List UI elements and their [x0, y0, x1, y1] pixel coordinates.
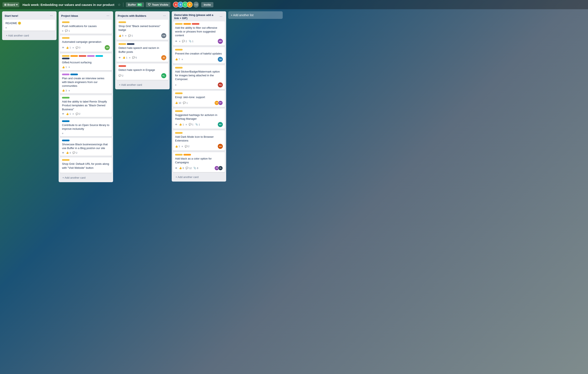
label-yellow [175, 67, 183, 68]
list-menu-button[interactable]: ··· [49, 13, 54, 18]
eye-icon: 👁 [175, 123, 177, 126]
list-menu-button[interactable]: ··· [162, 13, 167, 18]
card-shop-grid-black[interactable]: Shop Grid "Black owned business" badge👍8… [116, 20, 168, 40]
comment-count: 1 [192, 123, 193, 126]
header: ⊞ Board ▾ Hack week: Embedding our value… [0, 0, 588, 9]
card-title: Automated campaign generation [62, 40, 110, 44]
card-label-remix[interactable]: Add the ability to label Remix Shopify P… [60, 95, 112, 117]
card-desc: ≡ [68, 66, 70, 68]
card-desc: ≡ [179, 40, 180, 43]
card-avatar: NV [218, 122, 223, 127]
label-teal [95, 55, 103, 57]
list-project-ideas: Project Ideas···Push notifications for c… [59, 11, 113, 182]
team-label: Team Visible [152, 3, 168, 6]
add-card-button[interactable]: + Add another card [3, 32, 55, 39]
comment-count: 5 [136, 56, 137, 59]
card-labels [118, 21, 166, 23]
board: Start here!···README 🙂≡+ Add another car… [0, 9, 588, 374]
card-likes: 👍8 [179, 167, 184, 169]
card-meta: 👍8≡💬1CM [118, 33, 166, 38]
card-push-notif[interactable]: Push notifications for causes≡💬1 [60, 20, 112, 34]
card-comments: 💬1 [189, 123, 193, 126]
comment-icon: 💬 [132, 56, 135, 59]
add-list-button[interactable]: + Add another list [228, 11, 283, 19]
comment-icon: 💬 [189, 123, 192, 126]
avatar-4[interactable]: D [187, 2, 193, 8]
label-yellow [175, 110, 183, 112]
card-meta: ≡ [62, 132, 110, 135]
comment-icon: 💬 [118, 74, 121, 77]
card-meta: 👁👍1≡💬5JD [118, 55, 166, 60]
workspace-badge: BC [137, 3, 142, 6]
add-card-button[interactable]: + Add another card [116, 82, 168, 88]
desc-icon: ≡ [62, 30, 63, 32]
like-count: 1 [178, 145, 180, 148]
like-icon: 👍 [62, 66, 65, 68]
card-black-color[interactable]: Add black as a color option for Campaign… [173, 152, 225, 172]
card-prevent-hateful[interactable]: Prevent the creation of hateful updates👍… [173, 47, 225, 64]
card-readme[interactable]: README 🙂≡ [3, 20, 55, 31]
invite-button[interactable]: Invite [201, 2, 213, 7]
card-comments: 💬2 [185, 145, 189, 148]
card-title: Suggested hashtags for activism in Hasht… [175, 113, 223, 121]
comment-icon: 💬 [185, 145, 188, 148]
card-comments: 💬1 [183, 101, 188, 104]
board-menu-button[interactable]: ⊞ Board ▾ [2, 2, 19, 7]
label-yellow [118, 43, 126, 45]
desc-icon: ≡ [186, 123, 187, 126]
like-count: 1 [70, 113, 71, 115]
card-interview-series[interactable]: Plan and create an interview series with… [60, 72, 112, 94]
card-filter-offensive[interactable]: Add the ability to filter out offensive … [173, 21, 225, 45]
list-projects-with-builders: Projects with Builders···Shop Grid "Blac… [115, 11, 170, 89]
card-labels [175, 132, 223, 134]
attach-icon: 📎 [193, 167, 196, 169]
avatars-extra[interactable]: +15 [193, 2, 199, 8]
list-demoable-thing: Demo'able thing (please add a link + GIF… [172, 11, 226, 182]
card-views: 👁 [62, 46, 64, 49]
list-title: Projects with Builders [118, 14, 146, 17]
card-desc: ≡ [68, 89, 70, 92]
header-divider [123, 2, 123, 7]
card-auto-campaign[interactable]: Automated campaign generation👁👍1≡💬3AB [60, 35, 112, 52]
card-open-source[interactable]: Contribute to an Open Source library to … [60, 119, 112, 136]
star-icon[interactable]: ☆ [118, 3, 121, 7]
card-dark-mode[interactable]: Add Dark Mode Icon to Browser Extensions… [173, 130, 225, 151]
card-hashtags-activism[interactable]: Suggested hashtags for activism in Hasht… [173, 109, 225, 129]
like-icon: 👍 [179, 123, 182, 126]
add-card-button[interactable]: + Add another card [60, 175, 112, 181]
card-labels [62, 37, 110, 39]
card-views: 👁 [62, 113, 64, 115]
comment-count: 1 [68, 30, 70, 32]
label-yellow [175, 154, 183, 155]
card-detect-hate-speech[interactable]: Detect hate-speech and racism in Buffer … [116, 42, 168, 62]
board-title: Hack week: Embedding our values and caus… [21, 2, 116, 7]
like-icon: 👍 [175, 58, 178, 61]
member-avatars: A B C D +15 [173, 2, 199, 8]
card-shop-grid-url[interactable]: Shop Grid: Default URL for posts along w… [60, 157, 112, 173]
workspace-button[interactable]: Buffer BC [126, 2, 144, 7]
list-menu-button[interactable]: ··· [105, 13, 111, 18]
card-sticker-badge[interactable]: Add Sticker/Badge/Watermark option for i… [173, 65, 225, 89]
add-card-button[interactable]: + Add another card [173, 174, 225, 180]
label-green [62, 97, 70, 99]
like-icon: 👍 [123, 56, 126, 59]
card-comments: 💬2 [182, 40, 187, 43]
attach-icon: 📎 [189, 40, 192, 43]
comment-icon: 💬 [182, 40, 185, 43]
card-title: Prevent the creation of hateful updates [175, 52, 223, 55]
card-labels [62, 120, 110, 122]
card-showcase-black[interactable]: Showcase Black businesses/orgs that use … [60, 138, 112, 156]
card-detect-engage[interactable]: Detect hate speech in Engage💬2KL [116, 64, 168, 80]
card-meta: 👁👍8💬12📎8JMAL [175, 166, 223, 170]
like-count: 8 [122, 34, 123, 37]
label-yellow [118, 21, 126, 23]
card-emoji-skin[interactable]: Emoji :skin-tone: support👍10💬1SABT [173, 91, 225, 107]
card-title: Detect hate speech in Engage [118, 68, 166, 72]
desc-icon: ≡ [179, 40, 180, 43]
card-gifted-account[interactable]: Gifted Account surfacing👍1≡ [60, 54, 112, 70]
list-title: Start here! [5, 14, 18, 17]
label-red [192, 23, 199, 25]
list-header-project-ideas: Project Ideas··· [59, 11, 113, 20]
team-visibility-button[interactable]: 🛡 Team Visible [146, 2, 170, 7]
list-menu-button[interactable]: ··· [218, 14, 224, 19]
